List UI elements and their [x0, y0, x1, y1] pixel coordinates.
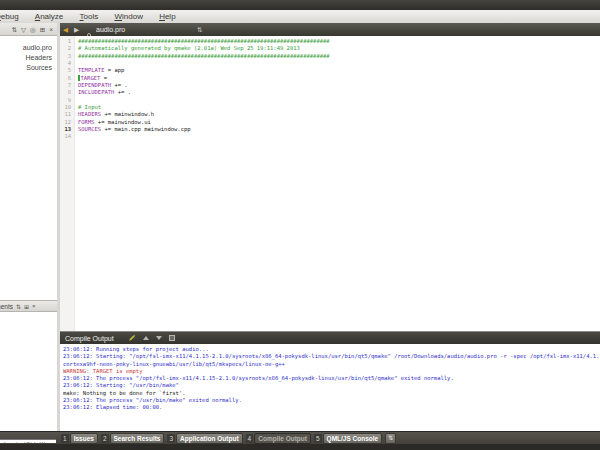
document-dropdown-icon[interactable]: ⇅	[197, 23, 202, 36]
open-documents-split-icon[interactable]: ⊞	[24, 303, 29, 310]
log-line: 23:06:12: Elapsed time: 00:00.	[63, 404, 600, 411]
sidebar-toolbar: ⇅ ▽ ◎ ⊞ ×	[0, 23, 57, 36]
open-documents-title: Open Documents	[0, 303, 13, 310]
pane-number-badge: 3	[167, 434, 175, 443]
line-number: 13	[60, 126, 74, 133]
toolbar-row: ⇅ ▽ ◎ ⊞ × ◀ ▶ audio.pro ⇅	[0, 23, 600, 36]
open-file-tab[interactable]: audio.pro	[96, 23, 125, 36]
next-item-icon[interactable]	[156, 336, 162, 340]
pane-label: Application Output	[176, 433, 243, 444]
log-line: 23:06:12: The process "/opt/fsl-imx-x11/…	[63, 375, 600, 382]
code-line: 10# Input	[60, 104, 600, 111]
line-number: 6	[60, 75, 74, 82]
previous-item-icon[interactable]	[143, 336, 149, 340]
line-number: 5	[60, 67, 74, 74]
project-sidebar: audio.pro Headers Sources Open Documents…	[0, 36, 57, 431]
code-line: 3#######################################…	[60, 53, 600, 60]
line-number: 4	[60, 60, 74, 67]
project-tree: audio.pro Headers Sources	[0, 36, 57, 73]
pane-number-badge: 2	[101, 434, 109, 443]
open-documents-header: Open Documents ⇅ ⊞ ×	[0, 300, 57, 312]
pane-number-badge: 4	[246, 434, 254, 443]
status-bar: 1 Issues 2 Search Results 3 Application …	[0, 431, 600, 444]
output-pane-options-button[interactable]: ⇅	[385, 433, 396, 444]
line-number: 8	[60, 89, 74, 96]
menu-item[interactable]: Tools	[73, 10, 106, 23]
maximize-pane-icon[interactable]	[169, 335, 175, 341]
pane-label: Search Results	[110, 433, 165, 444]
line-number: 2	[60, 45, 74, 52]
log-line: WARNING: TARGET is empty	[63, 368, 600, 375]
output-pane-tab[interactable]: 3 Application Output	[167, 433, 242, 444]
pane-label: QML/JS Console	[323, 433, 383, 444]
log-line: 23:06:12: Starting: "/opt/fsl-imx-x11/4.…	[63, 353, 600, 360]
split-icon[interactable]: ⊞	[40, 23, 45, 36]
line-number: 10	[60, 104, 74, 111]
menu-item[interactable]: Analyze	[28, 10, 70, 23]
code-line: 5TEMPLATE = app	[60, 67, 600, 74]
pane-label: Issues	[70, 433, 98, 444]
close-sidebar-icon[interactable]: ×	[49, 23, 53, 36]
line-number: 12	[60, 119, 74, 126]
open-documents-combo-icon[interactable]: ⇅	[16, 303, 21, 310]
log-line: make: Nothing to be done for `first'.	[63, 390, 600, 397]
project-tree-item[interactable]: audio.pro	[0, 43, 57, 53]
pane-label: Compile Output	[254, 433, 311, 444]
editor-tab-bar: ◀ ▶ audio.pro ⇅	[57, 23, 600, 36]
line-number: 11	[60, 111, 74, 118]
compile-output-log[interactable]: 23:06:12: Running steps for project audi…	[60, 344, 600, 431]
line-number: 3	[60, 53, 74, 60]
code-line: 11HEADERS += mainwindow.h	[60, 111, 600, 118]
code-line: 2# Automatically generated by qmake (2.0…	[60, 45, 600, 52]
locator-input[interactable]	[0, 439, 56, 443]
compile-output-header: Compile Output	[60, 331, 600, 344]
sync-icon[interactable]: ◎	[30, 23, 36, 36]
clean-output-icon[interactable]	[128, 334, 136, 342]
line-number: 1	[60, 38, 74, 45]
log-line: 23:06:12: The process "/usr/bin/make" ex…	[63, 397, 600, 404]
log-line: cortexa9hf-neon-poky-linux-gnueabi/usr/l…	[63, 361, 600, 368]
output-pane-tab[interactable]: 5 QML/JS Console	[314, 433, 382, 444]
log-line: 23:06:12: Starting: "/usr/bin/make"	[63, 382, 600, 389]
output-pane-tab[interactable]: 2 Search Results	[101, 433, 165, 444]
code-line: 4	[60, 60, 600, 67]
line-number: 7	[60, 82, 74, 89]
open-documents-close-icon[interactable]: ×	[32, 303, 36, 309]
locator-wrap	[0, 433, 56, 443]
menu-item[interactable]: Window	[107, 10, 149, 23]
code-line: 6TARGET =	[60, 75, 600, 82]
pane-number-badge: 1	[61, 434, 69, 443]
nav-back-icon[interactable]: ◀	[63, 23, 68, 36]
code-area: 1#######################################…	[60, 36, 600, 141]
line-number: 14	[60, 133, 74, 140]
nav-forward-icon[interactable]: ▶	[74, 23, 79, 36]
code-editor[interactable]: 1#######################################…	[60, 36, 600, 331]
code-line: 7DEPENDPATH += .	[60, 82, 600, 89]
output-pane-tab[interactable]: 1 Issues	[61, 433, 98, 444]
menu-bar: Debug Analyze Tools Window Help	[0, 10, 600, 24]
line-number: 9	[60, 97, 74, 104]
compile-output-title: Compile Output	[60, 335, 114, 342]
pane-number-badge: 5	[314, 434, 322, 443]
code-line: 1#######################################…	[60, 38, 600, 45]
code-line: 14	[60, 133, 600, 140]
compile-output-toolbar	[128, 334, 175, 342]
qt-creator-window: Debug Analyze Tools Window Help ⇅ ▽ ◎ ⊞ …	[0, 0, 600, 450]
project-tree-item[interactable]: Sources	[0, 63, 57, 73]
code-line: 8INCLUDEPATH += .	[60, 89, 600, 96]
filter-icon[interactable]: ▽	[21, 23, 26, 36]
menu-item[interactable]: Debug	[0, 10, 26, 23]
code-line: 12FORMS += mainwindow.ui	[60, 119, 600, 126]
log-line: 23:06:12: Running steps for project audi…	[63, 346, 600, 353]
sidebar-mode-combo-icon[interactable]: ⇅	[12, 23, 17, 36]
menu-item[interactable]: Help	[152, 10, 182, 23]
window-bottom-edge	[0, 444, 600, 450]
output-pane-tab[interactable]: 4 Compile Output	[246, 433, 311, 444]
code-line: 13SOURCES += main.cpp mainwindow.cpp	[60, 126, 600, 133]
project-tree-item[interactable]: Headers	[0, 53, 57, 63]
code-line: 9	[60, 97, 600, 104]
output-pane-tabs: 1 Issues 2 Search Results 3 Application …	[61, 433, 385, 444]
